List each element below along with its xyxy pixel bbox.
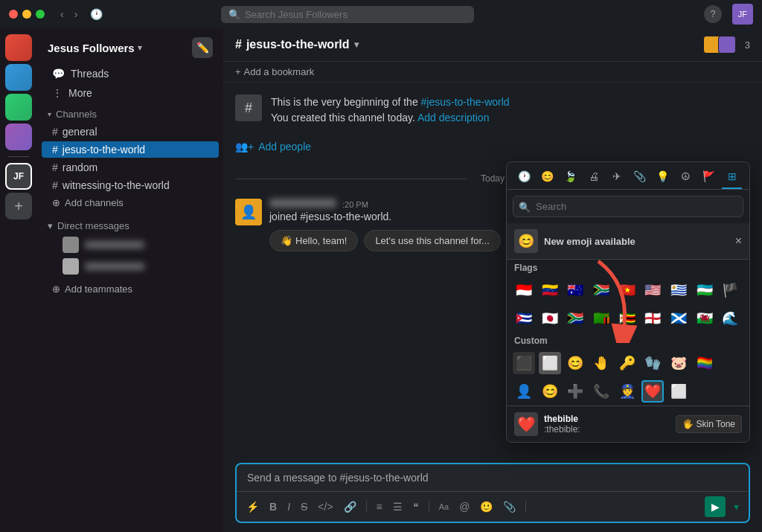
- mention-icon[interactable]: @: [457, 499, 472, 514]
- custom-gray[interactable]: ⬜: [539, 352, 561, 374]
- flag-za[interactable]: 🇿🇦: [590, 279, 612, 301]
- skin-tone-button[interactable]: 🖐 Skin Tone: [676, 415, 742, 433]
- new-emoji-close-button[interactable]: ×: [735, 234, 742, 248]
- emoji-tab-recent[interactable]: 🕐: [514, 168, 534, 189]
- emoji-tab-nature[interactable]: 🍃: [560, 168, 580, 189]
- add-channel-button[interactable]: ⊕ Add channels: [42, 195, 219, 211]
- flag-gb-wls[interactable]: 🏴󠁧󠁢󠁷󠁬󠁳󠁿: [694, 307, 716, 330]
- custom-phone[interactable]: 📞: [590, 380, 612, 403]
- emoji-tab-activities[interactable]: 📎: [630, 168, 650, 189]
- flag-id[interactable]: 🇮🇩: [513, 279, 535, 301]
- channel-link[interactable]: #jesus-to-the-world: [421, 96, 510, 108]
- dm-header[interactable]: ▾ Direct messages: [48, 220, 213, 231]
- flag-jp[interactable]: 🇯🇵: [539, 307, 561, 330]
- send-options-icon[interactable]: ▾: [731, 499, 741, 514]
- flag-au[interactable]: 🇦🇺: [564, 279, 586, 301]
- add-workspace-button[interactable]: +: [5, 193, 32, 219]
- flag-us[interactable]: 🇺🇸: [641, 279, 664, 301]
- flag-gb-eng[interactable]: 🏴󠁧󠁢󠁥󠁮󠁧󠁿: [641, 307, 664, 330]
- quick-reply-1[interactable]: 👋 Hello, team!: [269, 230, 358, 251]
- emoji-tab-smileys[interactable]: 😊: [537, 168, 557, 189]
- quick-reply-2[interactable]: Let's use this channel for...: [364, 230, 501, 251]
- sidebar-item-threads[interactable]: 💬 Threads: [42, 65, 219, 83]
- emoji-tab-objects[interactable]: 🖨: [583, 168, 603, 189]
- dm-item-2[interactable]: [52, 256, 208, 277]
- channels-section[interactable]: ▾ Channels: [37, 103, 223, 123]
- flag-cu[interactable]: 🇨🇺: [513, 307, 535, 330]
- flag-wave[interactable]: 🌊: [719, 307, 741, 330]
- flag-gb-sct[interactable]: 🏴󠁧󠁢󠁳󠁣󠁴󠁿: [667, 307, 690, 330]
- compose-button[interactable]: ✏️: [192, 37, 213, 58]
- flag-vn[interactable]: 🇻🇳: [616, 279, 638, 301]
- italic-icon[interactable]: I: [285, 499, 292, 514]
- add-people-button[interactable]: 👥+ Add people: [235, 135, 750, 158]
- emoji-tab-symbols[interactable]: 💡: [653, 168, 673, 189]
- send-button[interactable]: ▶: [705, 496, 726, 517]
- search-input[interactable]: [245, 9, 467, 20]
- emoji-tab-travel[interactable]: ✈: [606, 168, 627, 189]
- maximize-button[interactable]: [36, 10, 45, 19]
- emoji-tab-flags-start[interactable]: ☮: [676, 168, 696, 189]
- user-workspace-icon[interactable]: JF: [5, 163, 32, 190]
- attachment-icon[interactable]: 📎: [501, 499, 518, 514]
- custom-hand[interactable]: 🤚: [590, 352, 612, 374]
- forward-button[interactable]: ›: [71, 7, 82, 22]
- list-unordered-icon[interactable]: ☰: [391, 499, 405, 514]
- custom-rainbow[interactable]: 🏳️‍🌈: [694, 352, 716, 374]
- add-bookmark-button[interactable]: + Add a bookmark: [235, 66, 314, 77]
- ws-icon-4[interactable]: [5, 124, 32, 150]
- custom-plus[interactable]: ➕: [564, 380, 586, 403]
- channel-title[interactable]: # jesus-to-the-world ▾: [235, 38, 359, 51]
- minimize-button[interactable]: [22, 10, 31, 19]
- emoji-tab-flags[interactable]: 🚩: [699, 168, 719, 189]
- flag-uy[interactable]: 🇺🇾: [667, 279, 690, 301]
- help-button[interactable]: ?: [704, 5, 722, 23]
- message-input-placeholder[interactable]: Send a message to #jesus-to-the-world: [237, 464, 749, 491]
- flag-za2[interactable]: 🇿🇦: [564, 307, 586, 330]
- emoji-preview-name: thebible: [544, 414, 580, 424]
- flag-zw[interactable]: 🇿🇼: [616, 307, 638, 330]
- flag-zm[interactable]: 🇿🇲: [590, 307, 612, 330]
- ws-icon-3[interactable]: [5, 94, 32, 121]
- custom-smile2[interactable]: 😊: [539, 380, 561, 403]
- custom-gloves[interactable]: 🧤: [641, 352, 664, 374]
- custom-heart[interactable]: ❤️: [641, 380, 664, 403]
- flag-black[interactable]: 🏴: [719, 279, 741, 301]
- blockquote-icon[interactable]: ❝: [411, 499, 421, 514]
- member-avatars[interactable]: [706, 36, 736, 54]
- flag-ve[interactable]: 🇻🇪: [539, 279, 561, 301]
- custom-pig[interactable]: 🐷: [667, 352, 690, 374]
- channel-random[interactable]: # random: [42, 159, 219, 176]
- add-teammates-button[interactable]: ⊕ Add teammates: [42, 281, 219, 297]
- custom-key[interactable]: 🔑: [616, 352, 638, 374]
- ws-icon-2[interactable]: [5, 64, 32, 91]
- link-icon[interactable]: 🔗: [342, 499, 359, 514]
- emoji-tab-custom[interactable]: ⊞: [722, 168, 742, 189]
- workspace-name[interactable]: Jesus Followers ▾: [48, 42, 142, 54]
- channel-witnessing[interactable]: # witnessing-to-the-world: [42, 177, 219, 193]
- custom-white-sq[interactable]: ⬜: [667, 380, 690, 403]
- channel-header: # jesus-to-the-world ▾ 3: [223, 28, 762, 62]
- emoji-icon[interactable]: 🙂: [478, 499, 495, 514]
- custom-person[interactable]: 👤: [513, 380, 535, 403]
- list-ordered-icon[interactable]: ≡: [374, 499, 385, 514]
- custom-smile[interactable]: 😊: [564, 352, 586, 374]
- search-bar[interactable]: 🔍: [221, 6, 474, 23]
- sidebar-item-more[interactable]: ⋮ More: [42, 84, 219, 102]
- back-button[interactable]: ‹: [57, 7, 68, 22]
- bold-icon[interactable]: B: [267, 499, 279, 514]
- channel-jesus-to-the-world[interactable]: # jesus-to-the-world: [42, 141, 219, 158]
- dm-item-1[interactable]: [52, 234, 208, 255]
- custom-guard[interactable]: 👮: [616, 380, 638, 403]
- custom-black[interactable]: ⬛: [513, 352, 535, 374]
- add-description-link[interactable]: Add description: [417, 112, 490, 124]
- font-size-icon[interactable]: Aa: [437, 501, 451, 513]
- flag-uz[interactable]: 🇺🇿: [694, 279, 716, 301]
- ws-icon-1[interactable]: [5, 34, 32, 61]
- close-button[interactable]: [9, 10, 18, 19]
- strikethrough-icon[interactable]: S: [298, 499, 310, 514]
- code-icon[interactable]: </>: [316, 499, 335, 514]
- channel-general[interactable]: # general: [42, 124, 219, 140]
- emoji-search-input[interactable]: [513, 196, 743, 217]
- lightning-icon[interactable]: ⚡: [244, 499, 261, 514]
